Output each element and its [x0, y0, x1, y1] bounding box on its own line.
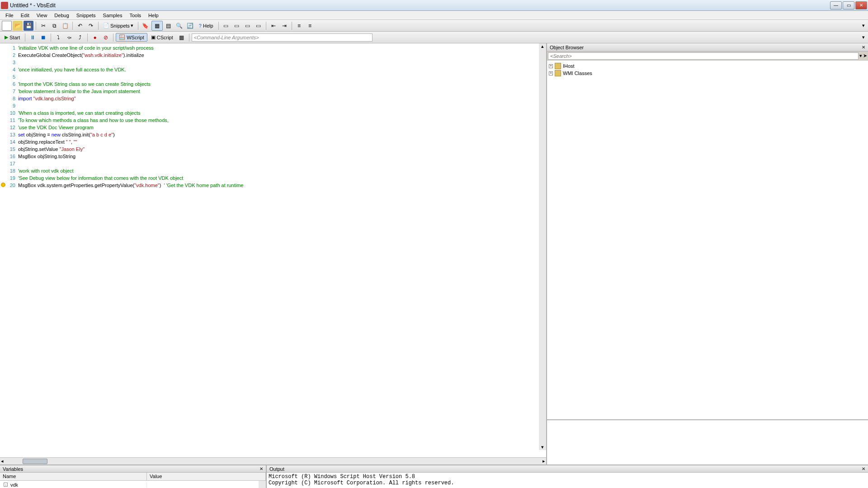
menu-edit[interactable]: Edit — [17, 12, 33, 19]
window-button-2[interactable]: ▭ — [232, 21, 242, 31]
start-label: Start — [9, 35, 20, 40]
code-content[interactable]: 'initialize VDK with one line of code in… — [18, 43, 546, 457]
breakpoint-icon[interactable] — [1, 183, 5, 187]
toolbar-toggle-2[interactable]: ▤ — [164, 21, 174, 31]
menu-view[interactable]: View — [33, 12, 51, 19]
paste-button[interactable]: 📋 — [60, 21, 70, 31]
object-browser-item[interactable]: +WMI Classes — [549, 70, 866, 77]
expand-icon[interactable]: + — [549, 64, 553, 68]
step-out-button[interactable]: ⤴ — [75, 33, 85, 42]
object-browser-tree[interactable]: +IHost+WMI Classes — [547, 61, 868, 419]
menu-help[interactable]: Help — [145, 12, 162, 19]
close-icon[interactable]: ✕ — [862, 45, 865, 50]
minimize-button[interactable]: — — [830, 1, 842, 9]
variable-label: vdk — [9, 482, 19, 488]
editor-horizontal-scrollbar[interactable]: ◂ ▸ — [0, 457, 546, 465]
pause-button[interactable]: ⏸ — [28, 33, 38, 42]
open-file-button[interactable]: 📂 — [13, 21, 23, 31]
debug-toolbar: ▶ Start ⏸ ⏹ ⤵ ⤼ ⤴ ● ⊘ 🪟 WScript ▣ CScrip… — [0, 32, 868, 43]
separator — [87, 33, 88, 42]
clear-breakpoints-button[interactable]: ⊘ — [101, 33, 111, 42]
variables-panel: Variables ✕ Name Value -vdkinit-Systemcl… — [0, 465, 267, 488]
main-toolbar: 📂 💾 ✂ ⧉ 📋 ↶ ↷ 📄 Snippets ▾ 🔖 ▦ ▤ 🔍 🔄 ? H… — [0, 20, 868, 32]
menu-file[interactable]: File — [2, 12, 17, 19]
window-button-3[interactable]: ▭ — [243, 21, 253, 31]
maximize-button[interactable]: ▭ — [843, 1, 854, 9]
editor-vertical-scrollbar[interactable]: ▴ ▾ — [539, 43, 546, 450]
menu-snippets[interactable]: Snippets — [73, 12, 99, 19]
object-browser-search-bar: ▾ ➤ — [547, 52, 868, 61]
variables-tree[interactable]: -vdkinit-Systemclass_initializeinitGetPr… — [0, 481, 266, 488]
separator — [113, 33, 113, 42]
window-button-4[interactable]: ▭ — [254, 21, 264, 31]
expand-icon[interactable]: + — [549, 71, 553, 75]
stop-button[interactable]: ⏹ — [38, 33, 48, 42]
close-button[interactable]: ✕ — [855, 1, 867, 9]
breakpoint-button[interactable]: ● — [90, 33, 100, 42]
app-icon — [1, 2, 8, 9]
scroll-left-icon[interactable]: ◂ — [0, 458, 5, 464]
code-editor[interactable]: 1234567891011121314151617181920 'initial… — [0, 43, 546, 457]
object-browser-title: Object Browser ✕ — [547, 43, 868, 52]
object-browser-panel: Object Browser ✕ ▾ ➤ +IHost+WMI Classes — [547, 43, 868, 465]
play-icon: ▶ — [5, 34, 8, 40]
snippets-label: Snippets — [110, 23, 130, 28]
separator — [189, 33, 189, 42]
folder-icon — [555, 70, 561, 76]
menu-tools[interactable]: Tools — [126, 12, 145, 19]
close-icon[interactable]: ✕ — [862, 466, 865, 471]
column-header-name[interactable]: Name — [0, 473, 147, 480]
cut-button[interactable]: ✂ — [38, 21, 48, 31]
variable-row[interactable]: -vdk — [0, 481, 266, 488]
search-go-icon[interactable]: ➤ — [863, 53, 867, 59]
separator — [25, 33, 25, 42]
new-file-button[interactable] — [2, 21, 12, 31]
menu-debug[interactable]: Debug — [51, 12, 72, 19]
cscript-button[interactable]: ▣ CScript — [148, 33, 176, 41]
output-text[interactable]: Microsoft (R) Windows Script Host Versio… — [267, 473, 868, 488]
menu-bar: FileEditViewDebugSnippetsSamplesToolsHel… — [0, 11, 868, 20]
object-browser-item[interactable]: +IHost — [549, 62, 866, 70]
command-line-args-input[interactable]: <Command-Line Arguments> — [192, 33, 373, 42]
scroll-down-icon[interactable]: ▾ — [541, 444, 544, 450]
step-into-button[interactable]: ⤵ — [53, 33, 63, 42]
expand-icon[interactable]: - — [4, 483, 8, 487]
toolbar-overflow[interactable]: ▾ — [861, 23, 866, 28]
wscript-button[interactable]: 🪟 WScript — [116, 33, 147, 42]
comment-button[interactable]: ≡ — [294, 21, 304, 31]
object-browser-item-label: WMI Classes — [563, 70, 592, 76]
object-browser-search-input[interactable] — [548, 52, 859, 60]
scroll-up-icon[interactable]: ▴ — [541, 43, 544, 49]
redo-button[interactable]: ↷ — [86, 21, 96, 31]
toggle-bookmark-button[interactable]: 🔖 — [141, 21, 151, 31]
separator — [218, 22, 219, 30]
scroll-right-icon[interactable]: ▸ — [542, 458, 546, 464]
output-title: Output — [269, 466, 284, 472]
toolbar-toggle-1[interactable]: ▦ — [151, 21, 163, 31]
scrollbar-thumb[interactable] — [23, 459, 47, 464]
undo-button[interactable]: ↶ — [75, 21, 85, 31]
window-button-1[interactable]: ▭ — [221, 21, 231, 31]
folder-icon — [555, 63, 561, 69]
column-header-value[interactable]: Value — [147, 473, 266, 480]
outdent-button[interactable]: ⇤ — [269, 21, 278, 31]
copy-button[interactable]: ⧉ — [49, 21, 59, 31]
separator — [36, 22, 36, 30]
refresh-button[interactable]: 🔄 — [185, 21, 195, 31]
dropdown-icon[interactable]: ▾ — [859, 53, 862, 59]
start-button[interactable]: ▶ Start — [2, 33, 23, 41]
window-title: Untitled * - VbsEdit — [10, 2, 830, 9]
variables-title: Variables — [3, 466, 23, 472]
save-button[interactable]: 💾 — [24, 21, 33, 31]
variables-scrollbar[interactable] — [259, 481, 266, 488]
menu-samples[interactable]: Samples — [99, 12, 126, 19]
indent-button[interactable]: ⇥ — [279, 21, 289, 31]
close-icon[interactable]: ✕ — [259, 466, 263, 471]
help-button[interactable]: ? Help — [196, 22, 216, 29]
step-over-button[interactable]: ⤼ — [64, 33, 74, 42]
toolbar-overflow[interactable]: ▾ — [861, 34, 866, 40]
snippets-dropdown[interactable]: 📄 Snippets ▾ — [101, 22, 136, 29]
find-button[interactable]: 🔍 — [175, 21, 184, 31]
convert-button[interactable]: ▦ — [177, 33, 187, 42]
uncomment-button[interactable]: ≡ — [305, 21, 315, 31]
